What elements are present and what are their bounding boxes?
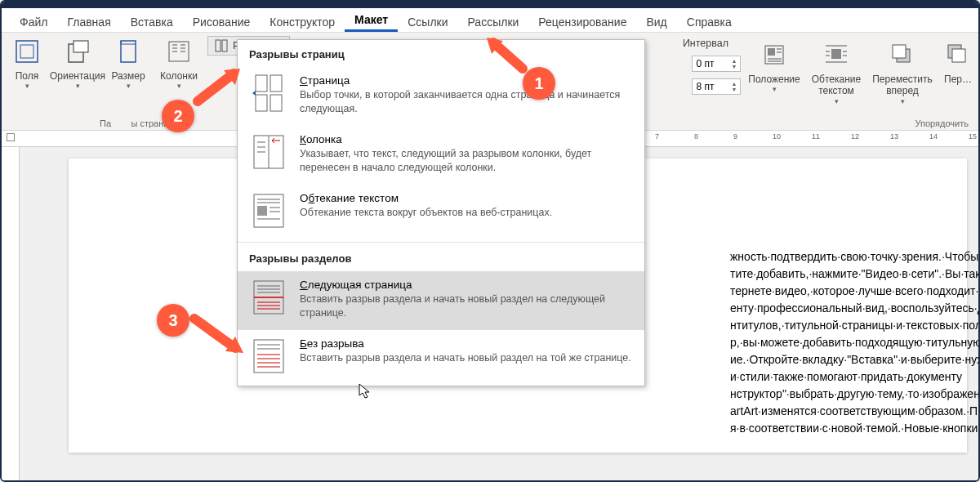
ruler-tick: 12: [851, 132, 859, 141]
ruler-tick: 14: [929, 132, 938, 141]
svg-rect-31: [256, 75, 267, 91]
svg-rect-20: [831, 49, 841, 59]
spacing-before-value: 0 пт: [696, 58, 714, 69]
vertical-ruler[interactable]: [2, 147, 20, 480]
dd-cont-desc: Вставить разрыв раздела и начать новый р…: [300, 351, 631, 365]
title-bar: [2, 2, 978, 8]
dd-separator: [238, 242, 644, 243]
dd-item-wrap[interactable]: Обтекание текстомОбтекание текста вокруг…: [238, 185, 644, 240]
annotation-badge-2: 2: [162, 100, 194, 132]
svg-rect-32: [270, 75, 282, 91]
breaks-icon: [215, 39, 228, 52]
ruler-tick: 11: [812, 132, 820, 141]
dd-wrap-desc: Обтекание текста вокруг объектов на веб-…: [300, 206, 552, 220]
tab-selector-icon[interactable]: [7, 133, 15, 141]
orientation-icon: [64, 38, 91, 65]
dd-section-page-breaks: Разрывы страниц: [238, 40, 644, 67]
margins-icon: [13, 38, 41, 65]
send-backward-icon: [944, 41, 972, 69]
svg-rect-34: [270, 95, 282, 111]
annotation-arrow-2: [189, 65, 247, 106]
svg-rect-0: [16, 41, 38, 62]
tab-draw[interactable]: Рисование: [183, 11, 261, 32]
tab-insert[interactable]: Вставка: [121, 11, 183, 32]
ruler-tick: 7: [655, 132, 659, 141]
orientation-button[interactable]: Ориентация▾: [52, 33, 103, 106]
tab-file[interactable]: Файл: [10, 11, 57, 32]
arrange-group-label: Упорядочить: [915, 118, 969, 128]
columns-icon: [165, 38, 193, 65]
size-icon: [114, 38, 142, 65]
spinner-arrows-icon[interactable]: ▲▼: [731, 81, 737, 92]
section-next-page-icon: [249, 278, 288, 317]
tab-mailings[interactable]: Рассылки: [458, 11, 529, 32]
ribbon-tabs: Файл Главная Вставка Рисование Конструкт…: [2, 8, 978, 33]
orientation-label: Ориентация: [50, 70, 105, 82]
spacing-before-field[interactable]: 0 пт▲▼: [687, 54, 831, 74]
document-body-text[interactable]: жность·подтвердить·свою·точку·зрения.·Чт…: [730, 248, 967, 437]
ruler-tick: 8: [694, 132, 698, 141]
svg-rect-3: [74, 41, 88, 52]
dd-item-next-page[interactable]: Следующая страницаВставить разрыв раздел…: [238, 271, 644, 330]
backward-label: Пер…: [944, 74, 972, 85]
tab-design[interactable]: Конструктор: [260, 11, 345, 32]
dd-item-continuous[interactable]: Без разрываВставить разрыв раздела и нач…: [238, 330, 644, 386]
forward-label: Переместить вперед: [867, 74, 938, 97]
dd-column-desc: Указывает, что текст, следующий за разры…: [300, 147, 633, 175]
spacing-after-field[interactable]: 8 пт▲▼: [687, 77, 831, 96]
size-label: Размер: [111, 70, 145, 82]
svg-rect-33: [256, 95, 267, 111]
bring-forward-icon: [889, 41, 916, 69]
margins-label: Поля: [16, 70, 39, 82]
dd-page-title: Страница: [300, 74, 633, 88]
svg-rect-13: [222, 40, 227, 51]
annotation-badge-1: 1: [523, 67, 555, 100]
dd-item-column[interactable]: КолонкаУказывает, что текст, следующий з…: [238, 126, 644, 185]
tab-layout[interactable]: Макет: [345, 8, 398, 32]
section-continuous-icon: [249, 337, 288, 376]
svg-rect-41: [257, 206, 267, 216]
dd-next-title: Следующая страница: [300, 278, 633, 292]
ruler-tick: 13: [890, 132, 898, 141]
margins-button[interactable]: Поля▾: [2, 33, 52, 106]
dd-cont-title: Без разрыва: [300, 337, 631, 351]
svg-rect-5: [169, 42, 189, 61]
svg-rect-28: [893, 45, 906, 58]
dd-column-title: Колонка: [300, 132, 633, 147]
bring-forward-button[interactable]: Переместить вперед▾: [867, 36, 938, 109]
column-break-icon: [249, 132, 288, 172]
svg-rect-30: [952, 49, 965, 62]
ruler-tick: 15: [969, 132, 977, 141]
svg-rect-1: [20, 45, 33, 58]
tab-view[interactable]: Вид: [636, 11, 676, 32]
tab-review[interactable]: Рецензирование: [528, 11, 636, 32]
dd-section-section-breaks: Разрывы разделов: [238, 244, 644, 271]
tab-references[interactable]: Ссылки: [398, 11, 457, 32]
mouse-cursor-icon: [358, 382, 371, 399]
breaks-dropdown: Разрывы страниц СтраницаВыбор точки, в к…: [237, 39, 645, 386]
tab-home[interactable]: Главная: [57, 11, 120, 32]
dd-next-desc: Вставить разрыв раздела и начать новый р…: [300, 292, 633, 320]
text-wrap-break-icon: [249, 191, 288, 230]
spinner-arrows-icon[interactable]: ▲▼: [731, 58, 737, 69]
tab-help[interactable]: Справка: [677, 11, 742, 32]
spacing-after-value: 8 пт: [696, 81, 714, 92]
annotation-badge-3: 3: [157, 304, 189, 337]
dd-page-desc: Выбор точки, в которой заканчивается одн…: [300, 88, 633, 116]
annotation-arrow-3: [188, 312, 250, 358]
dd-wrap-title: Обтекание текстом: [300, 191, 552, 206]
ruler-tick: 9: [733, 132, 737, 141]
svg-rect-12: [216, 40, 220, 51]
size-button[interactable]: Размер▾: [103, 33, 154, 106]
send-backward-button[interactable]: Пер…: [938, 36, 978, 109]
page-break-icon: [249, 74, 288, 113]
ruler-tick: 10: [773, 132, 781, 141]
spacing-heading: Интервал: [683, 38, 728, 49]
dd-item-page[interactable]: СтраницаВыбор точки, в которой заканчива…: [238, 67, 644, 126]
annotation-arrow-1: [482, 36, 531, 77]
